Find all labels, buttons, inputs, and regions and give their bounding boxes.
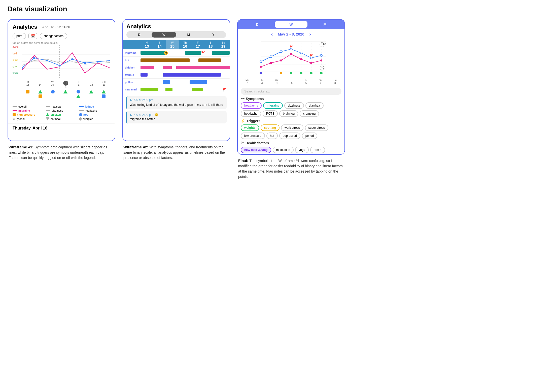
wf1-day-tue: T 14: [39, 81, 42, 88]
svg-point-10: [71, 58, 74, 60]
wf1-bottom-date: Thursday, April 16: [8, 123, 115, 133]
legend-allergies[interactable]: allergies: [79, 117, 110, 121]
tag-work-stress[interactable]: work stress: [281, 124, 303, 131]
tag-yoga[interactable]: yoga: [295, 147, 309, 153]
wf3-tab-d[interactable]: D: [241, 21, 274, 28]
svg-point-43: [300, 58, 302, 60]
migraine-bar-3: [212, 51, 230, 55]
calendar-icon-button[interactable]: 📅: [28, 33, 37, 39]
svg-point-51: [320, 72, 323, 74]
svg-point-32: [260, 61, 262, 63]
tag-arm-e[interactable]: arm e: [310, 147, 325, 153]
tag-depressed[interactable]: depressed: [279, 133, 300, 139]
wf3-day-sa: Sa 7: [319, 79, 322, 84]
svg-point-44: [310, 62, 312, 64]
overall-line-icon: [13, 106, 17, 107]
tag-spotting[interactable]: spotting: [261, 124, 280, 131]
svg-point-49: [300, 72, 302, 74]
wf3-chart-area: 10 0 🚩 🚩: [238, 39, 344, 78]
wf2-tab-m[interactable]: M: [176, 32, 201, 38]
wf3-top-tabs: D W M: [238, 20, 344, 29]
symptoms-icon: 〰: [241, 97, 244, 101]
wf2-wday-wed: W 15: [166, 40, 179, 49]
hot-icon: [79, 113, 82, 116]
prev-week-button[interactable]: ‹: [271, 31, 273, 37]
tag-brain-fog[interactable]: brain fog: [279, 110, 298, 117]
wf2-note-1: 1/1/20 at 2:00 pm Was feeling kind of of…: [126, 96, 227, 109]
legend-migraine[interactable]: migraine: [13, 109, 44, 112]
wf2-tab-y[interactable]: Y: [201, 32, 226, 38]
wf3-day-labels: Mo 2 Tu 3 We 4 Th 5: [238, 78, 344, 86]
svg-point-8: [46, 60, 48, 61]
tag-headache-1[interactable]: headache: [241, 102, 262, 109]
svg-point-45: [320, 59, 322, 61]
triggers-icon: ⚡: [241, 119, 245, 123]
wireframes-row: Analytics April 13 - 25 2020 print 📅 cha…: [8, 19, 345, 179]
y-label-good: good: [13, 65, 18, 68]
wf3-day-tu: Tu 3: [261, 79, 263, 84]
print-button[interactable]: print: [13, 33, 26, 39]
wf2-tab-w[interactable]: W: [152, 32, 176, 38]
migraine-line-icon: [13, 110, 17, 111]
symptoms-header: 〰 Symptoms: [241, 97, 341, 101]
wf2-note2-text: migraine felt better: [130, 117, 224, 121]
wf2-note1-text: Was feeling kind of off today and the we…: [130, 103, 224, 107]
sym-col-wed: [51, 90, 55, 103]
wf2-label-pollen: pollen: [123, 81, 141, 84]
svg-point-13: [109, 60, 110, 61]
svg-point-34: [280, 51, 282, 53]
svg-point-47: [280, 72, 282, 74]
tag-period[interactable]: period: [302, 133, 317, 139]
wf1-chart-container: awful bad okay good great: [13, 45, 110, 79]
next-week-button[interactable]: ›: [309, 31, 311, 37]
tag-super-stress[interactable]: super stress: [305, 124, 328, 131]
svg-point-7: [33, 57, 36, 59]
wf3-day-th: Th 5: [290, 79, 293, 84]
wf1-day-thu: Th 16: [63, 81, 68, 88]
tag-new-med[interactable]: new med 300mg: [241, 147, 271, 153]
high-pressure-symbol2: [39, 94, 42, 98]
legend-dizziness[interactable]: dizziness: [46, 109, 77, 112]
tag-migraine[interactable]: migraine: [263, 102, 283, 109]
wf1-day-labels: M 13 T 14 W 15 Th 16: [22, 81, 110, 88]
wf3-tab-w[interactable]: W: [275, 21, 308, 28]
wf1-title: Analytics: [13, 24, 37, 30]
legend-fatigue[interactable]: fatigue: [79, 105, 110, 108]
migraine-emoji: 😊: [164, 51, 168, 55]
change-factors-button[interactable]: change factors: [40, 33, 67, 39]
tag-low-pressure[interactable]: low pressure: [241, 133, 265, 139]
wf2-track-migraine: 😊 🚩: [141, 49, 230, 56]
svg-point-39: [260, 66, 262, 68]
legend-overall[interactable]: overall: [13, 105, 44, 108]
chicken-bar-2: [163, 66, 172, 69]
search-trackers-input[interactable]: Search trackers...: [241, 88, 341, 95]
tag-meditation[interactable]: meditation: [273, 147, 294, 153]
legend-high-pressure[interactable]: high pressure: [13, 113, 44, 116]
wf1-date: April 13 - 25 2020: [42, 25, 70, 29]
wf2-label-hot: hot: [123, 59, 141, 62]
tag-diarrhea[interactable]: diarrhea: [305, 102, 324, 109]
hot-symbol: [51, 90, 55, 93]
wf3-tab-m[interactable]: M: [308, 21, 341, 28]
wf2-tab-d[interactable]: D: [127, 32, 152, 38]
legend-hot[interactable]: hot: [79, 113, 110, 116]
tag-weights[interactable]: weights: [241, 124, 259, 131]
legend-headache[interactable]: headache: [79, 109, 110, 112]
hot-bar-2: [198, 58, 221, 62]
y-label-okay: okay: [13, 59, 18, 61]
wf1-hint: tap on a day and scroll to see details: [8, 41, 115, 45]
legend-oatmeal[interactable]: oatmeal: [46, 117, 77, 121]
tag-cramping[interactable]: cramping: [300, 110, 319, 117]
caption-3-text: The symbols from Wireframe #1 were confu…: [238, 159, 343, 179]
migraine-bar-1: [141, 51, 167, 55]
legend-chicken[interactable]: chicken: [46, 113, 77, 116]
tag-dizziness[interactable]: dizziness: [284, 102, 304, 109]
chicken-symbol4: [89, 90, 93, 93]
tag-headache-2[interactable]: headache: [241, 110, 261, 117]
legend-nausea[interactable]: nausea: [46, 105, 77, 108]
tag-hot[interactable]: hot: [266, 133, 278, 139]
legend-tylenol[interactable]: ★ tylenol: [13, 117, 44, 121]
wf2-row-hot: hot: [123, 57, 230, 64]
wf1-screen: Analytics April 13 - 25 2020 print 📅 cha…: [8, 20, 115, 141]
tag-pots[interactable]: POTS: [263, 110, 278, 117]
